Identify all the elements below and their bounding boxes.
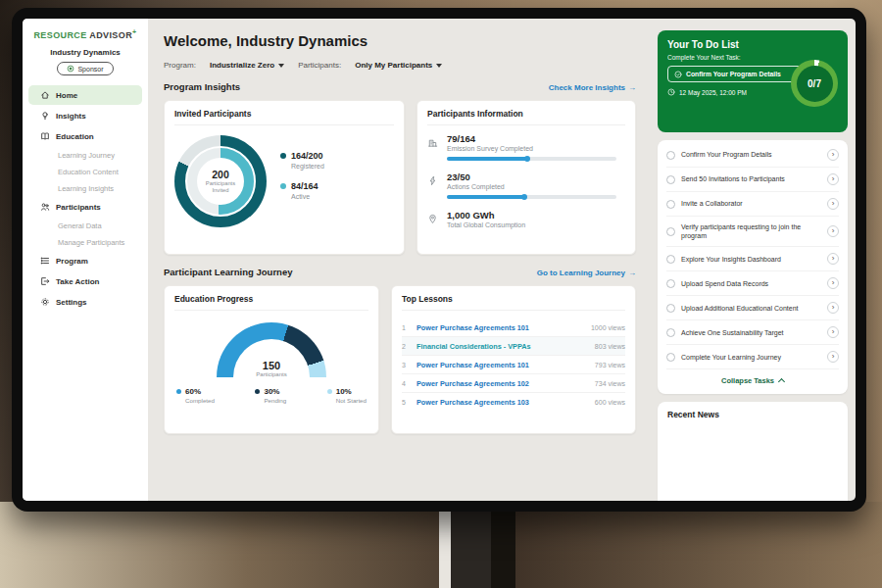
task-radio[interactable] [666, 304, 675, 313]
sidebar-item-manage-participants[interactable]: Manage Participants [28, 234, 142, 250]
task-row[interactable]: Achieve One Sustainability Target › [666, 320, 839, 345]
arrow-right-icon: → [628, 269, 636, 277]
sponsor-icon [67, 65, 74, 73]
lesson-link[interactable]: Power Purchase Agreements 102 [416, 379, 574, 388]
link-label: Check More Insights [549, 83, 625, 92]
lesson-rank: 5 [402, 399, 416, 406]
task-row[interactable]: Confirm Your Program Details › [666, 143, 839, 168]
list-icon [40, 256, 50, 266]
lesson-row: 5 Power Purchase Agreements 103 600 view… [402, 393, 625, 411]
sidebar-item-learning-insights[interactable]: Learning Insights [28, 180, 142, 196]
sidebar-item-learning-journey[interactable]: Learning Journey [28, 147, 142, 163]
sidebar-item-participants[interactable]: Participants [28, 197, 142, 217]
clock-icon [667, 88, 675, 96]
sidebar-item-settings[interactable]: Settings [28, 292, 142, 312]
sponsor-badge[interactable]: Sponsor [57, 62, 113, 75]
sidebar-item-label: Program [56, 257, 88, 266]
lesson-link[interactable]: Power Purchase Agreements 101 [416, 361, 574, 369]
check-more-insights-link[interactable]: Check More Insights→ [549, 83, 636, 92]
legend-value: 60% [185, 387, 215, 396]
task-row[interactable]: Send 50 Invitations to Participants › [666, 168, 839, 192]
task-radio[interactable] [666, 151, 675, 160]
legend-completed: 60%Completed [176, 387, 215, 404]
gauge-wrap: 150 Participants [174, 318, 368, 377]
sidebar-item-education-content[interactable]: Education Content [28, 164, 142, 179]
monitor-frame: RESOURCE ADVISOR+ Industry Dynamics Spon… [12, 8, 866, 512]
chevron-right-icon[interactable]: › [827, 351, 839, 363]
chevron-right-icon[interactable]: › [827, 149, 839, 161]
lightbulb-icon [40, 111, 50, 121]
sidebar-item-take-action[interactable]: Take Action [28, 271, 142, 291]
sidebar-item-label: Education Content [58, 168, 119, 176]
legend-active: 84/164 Active [280, 181, 324, 200]
task-row[interactable]: Upload Spend Data Records › [666, 271, 839, 296]
sponsor-label: Sponsor [77, 66, 103, 73]
task-radio[interactable] [666, 328, 675, 337]
task-row[interactable]: Complete Your Learning Journey › [666, 345, 839, 369]
education-gauge-chart: 150 Participants [217, 322, 326, 377]
chevron-right-icon[interactable]: › [827, 253, 839, 265]
next-task-pill[interactable]: Confirm Your Program Details [667, 66, 803, 82]
action-arrow-icon [40, 276, 50, 286]
task-radio[interactable] [666, 200, 675, 209]
sidebar-item-insights[interactable]: Insights [28, 106, 142, 125]
task-radio[interactable] [666, 175, 675, 184]
chevron-right-icon[interactable]: › [827, 326, 839, 338]
program-filter-value: Industrialize Zero [210, 61, 274, 70]
chevron-right-icon[interactable]: › [827, 173, 839, 185]
chevron-right-icon[interactable]: › [827, 302, 839, 314]
task-row[interactable]: Explore Your Insights Dashboard › [666, 247, 839, 271]
card-title: Participants Information [427, 109, 625, 125]
participants-filter-dropdown[interactable]: Only My Participants [355, 61, 442, 70]
learning-journey-cards: Education Progress 150 Participants [164, 285, 636, 434]
lesson-link[interactable]: Power Purchase Agreements 101 [416, 323, 574, 332]
lesson-link[interactable]: Financial Considerations - VPPAs [416, 342, 574, 351]
program-filter-dropdown[interactable]: Industrialize Zero [210, 61, 284, 70]
todo-progress-value: 0/7 [797, 66, 833, 102]
gauge-label: Participants [217, 371, 326, 377]
sidebar-item-program[interactable]: Program [28, 251, 142, 270]
lesson-row: 2 Financial Considerations - VPPAs 803 v… [402, 337, 625, 356]
home-icon [40, 90, 50, 100]
task-row[interactable]: Invite a Collaborator › [666, 192, 839, 217]
program-filter-label: Program: [164, 61, 196, 70]
sidebar-item-home[interactable]: Home [28, 85, 142, 105]
task-radio[interactable] [666, 279, 675, 288]
info-value: 23/50 [447, 172, 625, 182]
legend-value: 164/200 [291, 151, 323, 161]
lesson-rank: 4 [402, 380, 416, 387]
collapse-label: Collapse Tasks [721, 376, 774, 385]
education-progress-card: Education Progress 150 Participants [164, 285, 379, 434]
task-row[interactable]: Upload Additional Educational Content › [666, 296, 839, 320]
task-label: Send 50 Invitations to Participants [681, 174, 821, 183]
sidebar-item-general-data[interactable]: General Data [28, 218, 142, 233]
chevron-right-icon[interactable]: › [827, 198, 839, 210]
dashboard-screen: RESOURCE ADVISOR+ Industry Dynamics Spon… [23, 19, 856, 501]
sidebar-item-label: Take Action [56, 277, 99, 286]
info-label: Emission Survey Completed [447, 145, 625, 152]
legend-value: 10% [336, 387, 367, 396]
collapse-tasks-button[interactable]: Collapse Tasks [666, 369, 839, 391]
link-label: Go to Learning Journey [537, 269, 625, 277]
task-radio[interactable] [666, 353, 675, 362]
sidebar: RESOURCE ADVISOR+ Industry Dynamics Spon… [23, 19, 148, 501]
participants-information-card: Participants Information 79/164 Emission… [416, 100, 636, 255]
legend-dot [255, 389, 260, 394]
task-radio[interactable] [666, 255, 675, 264]
lesson-link[interactable]: Power Purchase Agreements 103 [416, 398, 574, 407]
sidebar-item-education[interactable]: Education [28, 126, 142, 146]
chevron-right-icon[interactable]: › [827, 277, 839, 289]
lesson-row: 4 Power Purchase Agreements 102 734 view… [402, 374, 625, 393]
go-to-learning-journey-link[interactable]: Go to Learning Journey→ [537, 269, 636, 277]
card-title: Invited Participants [174, 109, 394, 125]
task-radio[interactable] [666, 227, 675, 236]
card-title: Education Progress [174, 294, 368, 311]
book-icon [40, 131, 50, 141]
legend-registered: 164/200 Registered [280, 151, 324, 170]
sidebar-item-label: Learning Insights [58, 184, 114, 193]
legend-dot [176, 389, 181, 394]
legend-label: Completed [185, 397, 215, 404]
legend-pending: 30%Pending [255, 387, 286, 404]
chevron-right-icon[interactable]: › [827, 225, 839, 237]
task-row[interactable]: Verify participants requesting to join t… [666, 217, 839, 247]
